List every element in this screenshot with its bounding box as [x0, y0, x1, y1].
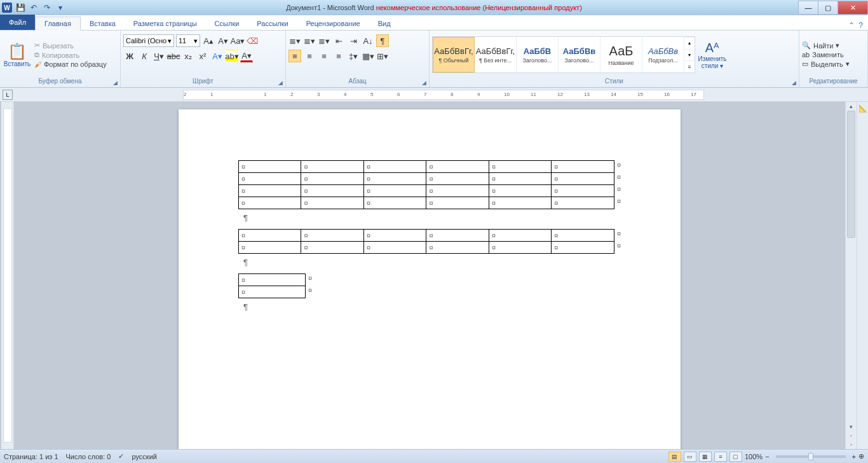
tab-layout[interactable]: Разметка страницы [125, 17, 206, 30]
indent-inc-icon[interactable]: ⇥ [347, 34, 360, 47]
zoom-in-icon[interactable]: + [852, 453, 856, 460]
scroll-thumb[interactable] [847, 111, 855, 238]
shading-icon[interactable]: ▦▾ [362, 50, 374, 62]
outline-view-icon[interactable]: ≡ [714, 452, 727, 462]
table-cell[interactable]: ¤ [239, 197, 301, 209]
zoom-out-icon[interactable]: − [765, 453, 769, 460]
zoom-level[interactable]: 100% [745, 453, 763, 460]
text-effects-icon[interactable]: A▾ [211, 50, 224, 62]
font-name-select[interactable]: Calibri (Осно▾ [123, 34, 174, 47]
table[interactable]: ¤¤ [238, 273, 306, 298]
table-cell[interactable]: ¤ [239, 161, 301, 173]
page-status[interactable]: Страница: 1 из 1 [4, 453, 58, 460]
copy-button[interactable]: ⧉Копировать [34, 51, 107, 59]
align-center-icon[interactable]: ≡ [303, 50, 316, 62]
draft-view-icon[interactable]: ▢ [729, 452, 742, 462]
word-count[interactable]: Число слов: 0 [66, 453, 111, 460]
subscript-icon[interactable]: x₂ [182, 50, 194, 62]
format-painter-button[interactable]: 🖌Формат по образцу [34, 60, 107, 68]
sort-icon[interactable]: A↓ [362, 34, 374, 47]
table-cell[interactable]: ¤ [363, 173, 426, 185]
strike-icon[interactable]: abc [167, 50, 180, 62]
table-cell[interactable]: ¤ [239, 242, 301, 254]
table-cell[interactable]: ¤ [363, 197, 426, 209]
table-cell[interactable]: ¤ [363, 242, 426, 254]
select-button[interactable]: ▭Выделить ▾ [802, 60, 850, 68]
table-cell[interactable]: ¤ [426, 185, 489, 197]
style-heading2[interactable]: АаБбВвЗаголово... [559, 37, 600, 73]
indent-dec-icon[interactable]: ⇤ [332, 34, 345, 47]
table-cell[interactable]: ¤ [552, 242, 614, 254]
style-title[interactable]: АаБНазвание [600, 37, 642, 73]
table-cell[interactable]: ¤ [363, 185, 426, 197]
web-view-icon[interactable]: ▦ [699, 452, 712, 462]
font-size-select[interactable]: 11▾ [176, 34, 200, 47]
align-left-icon[interactable]: ≡ [288, 50, 301, 62]
horizontal-ruler[interactable]: 211234567891011121314151617 [183, 90, 704, 100]
spellcheck-icon[interactable]: ✓ [118, 452, 124, 460]
paste-button[interactable]: 📋 Вставить [3, 34, 32, 76]
table-cell[interactable]: ¤ [426, 173, 489, 185]
cut-button[interactable]: ✂Вырезать [34, 41, 107, 50]
find-button[interactable]: 🔍Найти ▾ [802, 41, 850, 50]
page[interactable]: ¤¤¤¤¤¤¤¤¤¤¤¤¤¤¤¤¤¤¤¤¤¤¤¤¤¤¤¤¶¤¤¤¤¤¤¤¤¤¤¤… [179, 109, 681, 449]
table-cell[interactable]: ¤ [552, 161, 614, 173]
styles-gallery[interactable]: АаБбВвГг,¶ Обычный АаБбВвГг,¶ Без инте..… [432, 36, 695, 73]
table-cell[interactable]: ¤ [239, 173, 301, 185]
table-cell[interactable]: ¤ [239, 185, 301, 197]
table-cell[interactable]: ¤ [301, 185, 363, 197]
tab-home[interactable]: Главная [35, 17, 81, 31]
vertical-ruler[interactable] [1, 102, 14, 449]
clear-format-icon[interactable]: ⌫ [246, 34, 259, 47]
table-cell[interactable]: ¤ [489, 173, 551, 185]
align-right-icon[interactable]: ≡ [318, 50, 330, 62]
superscript-icon[interactable]: x² [196, 50, 209, 62]
italic-icon[interactable]: К [138, 50, 151, 62]
tab-review[interactable]: Рецензирование [297, 17, 369, 30]
table-cell[interactable]: ¤ [363, 230, 426, 242]
minimize-button[interactable]: — [798, 1, 818, 15]
zoom-fit-icon[interactable]: ⊕ [858, 452, 864, 460]
styles-dialog-icon[interactable]: ◢ [792, 79, 796, 86]
language-status[interactable]: русский [132, 453, 156, 460]
tab-view[interactable]: Вид [369, 17, 400, 30]
document-area[interactable]: ¤¤¤¤¤¤¤¤¤¤¤¤¤¤¤¤¤¤¤¤¤¤¤¤¤¤¤¤¶¤¤¤¤¤¤¤¤¤¤¤… [14, 102, 845, 449]
maximize-button[interactable]: ▢ [818, 1, 838, 15]
qat-dropdown-icon[interactable]: ▾ [55, 2, 66, 13]
file-tab[interactable]: Файл [0, 15, 35, 30]
table-cell[interactable]: ¤ [426, 161, 489, 173]
multilevel-icon[interactable]: ≣▾ [318, 34, 330, 47]
scroll-up-icon[interactable]: ▴ [846, 102, 857, 111]
show-marks-icon[interactable]: ¶ [376, 34, 389, 47]
vertical-scrollbar[interactable]: ▴ ▾ ◦ ◦ [845, 102, 857, 449]
replace-button[interactable]: abЗаменить [802, 51, 850, 59]
table-cell[interactable]: ¤ [301, 242, 363, 254]
tab-mailings[interactable]: Рассылки [248, 17, 297, 30]
shrink-font-icon[interactable]: A▾ [217, 34, 229, 47]
para-dialog-icon[interactable]: ◢ [422, 79, 426, 86]
table-cell[interactable]: ¤ [552, 197, 614, 209]
styles-scroll[interactable]: ▴▾≡ [684, 37, 695, 73]
table-cell[interactable]: ¤ [552, 230, 614, 242]
table-cell[interactable]: ¤ [301, 230, 363, 242]
table-cell[interactable]: ¤ [239, 274, 306, 286]
table-cell[interactable]: ¤ [489, 185, 551, 197]
bold-icon[interactable]: Ж [123, 50, 136, 62]
tab-insert[interactable]: Вставка [81, 17, 125, 30]
table-cell[interactable]: ¤ [552, 185, 614, 197]
redo-icon[interactable]: ↷ [41, 2, 53, 13]
fullscreen-view-icon[interactable]: ▭ [684, 452, 696, 462]
table-cell[interactable]: ¤ [426, 242, 489, 254]
table[interactable]: ¤¤¤¤¤¤¤¤¤¤¤¤ [238, 229, 614, 254]
underline-icon[interactable]: Ч▾ [153, 50, 165, 62]
bullets-icon[interactable]: ≣▾ [288, 34, 301, 47]
table-cell[interactable]: ¤ [239, 286, 306, 298]
change-case-icon[interactable]: Aa▾ [231, 34, 244, 47]
change-styles-button[interactable]: Aᴬ Изменить стили ▾ [698, 34, 727, 76]
table-cell[interactable]: ¤ [363, 161, 426, 173]
grow-font-icon[interactable]: A▴ [202, 34, 215, 47]
table-cell[interactable]: ¤ [239, 230, 301, 242]
table-cell[interactable]: ¤ [489, 242, 551, 254]
minimize-ribbon-icon[interactable]: ⌃ [848, 21, 855, 30]
style-subtitle[interactable]: АаБбВвПодзагол... [642, 37, 684, 73]
